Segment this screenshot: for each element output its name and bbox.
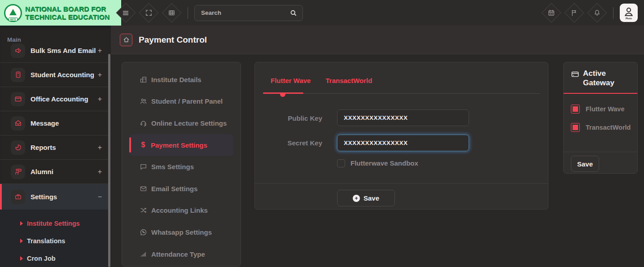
- settings-nav-whatsapp-settings[interactable]: Whatsapp Settings: [122, 221, 241, 243]
- secret-key-label: Secret Key: [255, 139, 322, 147]
- submenu-item-institute-settings[interactable]: Institute Settings: [0, 214, 108, 232]
- page-header: Payment Control: [111, 26, 644, 54]
- active-tab-nub: [280, 94, 285, 97]
- bell-icon: [593, 9, 601, 17]
- envelope-open-icon: [11, 116, 25, 131]
- whatsapp-icon: [140, 228, 147, 236]
- sidebar-item-alumni[interactable]: Alumni +: [0, 160, 108, 184]
- sidebar-toggle-button[interactable]: [116, 3, 136, 23]
- grid-icon: [168, 9, 175, 17]
- sidebar-item-label: Message: [31, 119, 102, 127]
- save-button-label: Save: [364, 194, 379, 202]
- settings-nav-label: Payment Settings: [151, 141, 207, 149]
- sidebar-item-bulk-sms-and-email[interactable]: Bulk Sms And Email +: [0, 44, 108, 63]
- expand-toggle[interactable]: +: [98, 47, 102, 55]
- flutterwave-sandbox-label: Flutterwave Sandbox: [350, 159, 418, 167]
- topbar: NBTE NATIONAL BOARD FOR TECHNICAL EDUCAT…: [0, 0, 644, 26]
- gateway-option-label: TransactWorld: [586, 124, 631, 131]
- submenu-item-label: Institute Settings: [27, 220, 80, 227]
- school-building-icon: [140, 76, 147, 83]
- brand-name: NATIONAL BOARD FOR TECHNICAL EDUCATION: [25, 5, 110, 21]
- brand-logo[interactable]: NBTE NATIONAL BOARD FOR TECHNICAL EDUCAT…: [0, 0, 121, 26]
- public-key-input[interactable]: [337, 109, 469, 126]
- avatar-caption: Photo: [626, 17, 632, 20]
- settings-nav-label: Sms Settings: [151, 163, 194, 171]
- submenu-item-translations[interactable]: Translations: [0, 232, 108, 249]
- gateway-tabs: Flutter Wave TransactWorld: [255, 62, 548, 84]
- settings-nav-payment-settings[interactable]: $ Payment Settings: [129, 134, 233, 156]
- users-icon: [140, 97, 147, 105]
- settings-nav-email-settings[interactable]: Email Settings: [122, 178, 241, 200]
- sidebar-section-label: Main: [7, 36, 21, 43]
- submenu-item-cron-job[interactable]: Cron Job: [0, 249, 108, 267]
- sidebar-item-label: Office Accounting: [31, 95, 98, 103]
- notifications-button[interactable]: [587, 3, 607, 23]
- bar-chart-icon: [140, 250, 147, 258]
- gateway-option-flutter-wave[interactable]: Flutter Wave: [571, 105, 630, 114]
- graduate-flag-icon: [11, 165, 25, 179]
- fullscreen-button[interactable]: [139, 3, 158, 23]
- settings-nav-sms-settings[interactable]: Sms Settings: [122, 156, 241, 178]
- fullscreen-icon: [145, 9, 153, 17]
- apps-grid-button[interactable]: [162, 3, 181, 23]
- gateway-save-button[interactable]: Save: [571, 156, 599, 172]
- sidebar-item-label: Bulk Sms And Email: [31, 47, 98, 54]
- envelope-icon: [140, 185, 147, 193]
- caret-right-icon: [20, 239, 23, 243]
- settings-nav-label: Whatsapp Settings: [151, 228, 212, 236]
- search-input[interactable]: [200, 9, 289, 17]
- expand-toggle[interactable]: +: [98, 95, 102, 103]
- brand-name-line1: NATIONAL BOARD FOR: [25, 5, 110, 13]
- settings-nav-label: Student / Parent Panel: [151, 97, 223, 105]
- flag-icon: [570, 9, 578, 17]
- settings-nav-student-parent-panel[interactable]: Student / Parent Panel: [122, 91, 241, 113]
- settings-nav-accounting-links[interactable]: Accounting Links: [122, 200, 241, 222]
- transactworld-checkbox[interactable]: [571, 123, 580, 132]
- public-key-label: Public Key: [255, 114, 322, 122]
- page-title: Payment Control: [139, 35, 207, 45]
- calendar-button[interactable]: [541, 3, 561, 23]
- sidebar-item-office-accounting[interactable]: Office Accounting +: [0, 87, 108, 111]
- save-button[interactable]: + Save: [337, 190, 395, 206]
- tab-transactworld[interactable]: TransactWorld: [325, 77, 372, 84]
- home-icon: [123, 36, 130, 43]
- settings-nav-card: Institute Details Student / Parent Panel…: [122, 62, 241, 267]
- sidebar-item-message[interactable]: Message: [0, 111, 108, 136]
- payment-settings-card: Flutter Wave TransactWorld Public Key Se…: [254, 62, 548, 210]
- expand-toggle[interactable]: +: [98, 144, 102, 152]
- flutterwave-sandbox-checkbox[interactable]: [337, 159, 345, 167]
- sidebar-item-settings[interactable]: Settings −: [0, 184, 108, 210]
- flutter-wave-checkbox[interactable]: [571, 105, 580, 114]
- sidebar-item-label: Reports: [31, 144, 98, 151]
- settings-nav-online-lecture-settings[interactable]: Online Lecture Settings: [122, 112, 241, 134]
- gateway-save-label: Save: [577, 160, 593, 168]
- settings-nav-attendance-type[interactable]: Attendance Type: [122, 243, 241, 265]
- user-avatar[interactable]: Photo: [620, 4, 638, 22]
- credit-card-icon: [11, 92, 25, 106]
- search-icon[interactable]: [289, 9, 297, 17]
- caret-right-icon: [20, 256, 23, 261]
- search-box: [194, 5, 303, 21]
- brand-name-line2: TECHNICAL EDUCATION: [25, 13, 110, 21]
- tabs-divider: [263, 93, 540, 94]
- settings-nav-institute-details[interactable]: Institute Details: [122, 69, 241, 91]
- sidebar-item-student-accounting[interactable]: Student Accounting +: [0, 63, 108, 87]
- emblem-caption: NBTE: [9, 18, 18, 21]
- sidebar-item-label: Student Accounting: [31, 71, 98, 79]
- flag-button[interactable]: [564, 3, 584, 23]
- topbar-divider-right: [613, 7, 613, 19]
- tab-flutter-wave[interactable]: Flutter Wave: [271, 77, 311, 84]
- collapse-toggle[interactable]: −: [98, 193, 102, 201]
- sidebar: Main Bulk Sms And Email + Student Accoun…: [0, 26, 111, 267]
- gateway-option-transactworld[interactable]: TransactWorld: [571, 123, 630, 132]
- sidebar-item-reports[interactable]: Reports +: [0, 136, 108, 160]
- expand-toggle[interactable]: +: [98, 168, 102, 176]
- plus-circle-icon: +: [353, 195, 360, 202]
- home-button[interactable]: [120, 34, 132, 46]
- sidebar-scrollbar[interactable]: [108, 54, 110, 267]
- expand-toggle[interactable]: +: [98, 71, 102, 79]
- caret-right-icon: [20, 221, 23, 226]
- secret-key-input[interactable]: [337, 135, 469, 151]
- sidebar-item-label: Settings: [31, 193, 98, 201]
- megaphone-icon: [11, 44, 25, 58]
